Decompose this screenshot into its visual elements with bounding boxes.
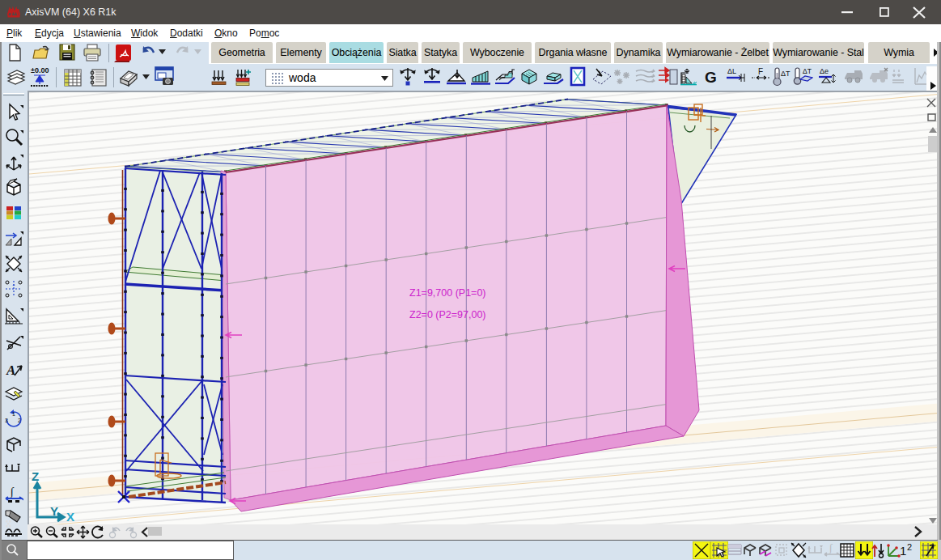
- svg-text:2: 2: [907, 542, 912, 552]
- svg-text:Z2=0 (P2=97,00): Z2=0 (P2=97,00): [409, 309, 486, 320]
- svg-text:ΔT: ΔT: [781, 70, 791, 78]
- svg-text:A: A: [6, 363, 15, 378]
- svg-text:F: F: [758, 67, 763, 76]
- svg-text:∫: ∫: [10, 486, 15, 498]
- svg-text:ΔL: ΔL: [727, 67, 736, 75]
- svg-text:2: 2: [18, 418, 21, 423]
- svg-text:1: 1: [900, 544, 906, 558]
- svg-text:1: 1: [12, 411, 15, 417]
- svg-text:∫: ∫: [829, 541, 833, 554]
- svg-text:X: X: [66, 510, 74, 524]
- svg-text:Δe: Δe: [820, 67, 829, 75]
- svg-text:3: 3: [5, 418, 8, 423]
- svg-text:Z1=9,700 (P1=0): Z1=9,700 (P1=0): [409, 287, 486, 299]
- svg-text:G: G: [705, 70, 717, 86]
- svg-text:Z: Z: [32, 469, 39, 483]
- svg-text:Y: Y: [50, 504, 58, 518]
- svg-text:ΔT: ΔT: [803, 67, 812, 75]
- svg-text:±0.00: ±0.00: [31, 66, 49, 74]
